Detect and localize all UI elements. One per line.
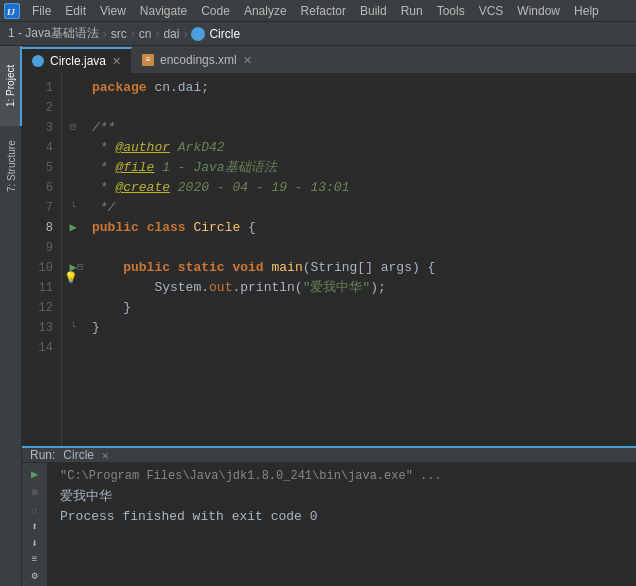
- xml-file-icon: ≡: [142, 54, 154, 66]
- breadcrumb-cn[interactable]: cn: [139, 27, 152, 41]
- ln-12: 12: [22, 298, 61, 318]
- run-tab-name[interactable]: Circle: [63, 448, 94, 462]
- menu-vcs[interactable]: VCS: [473, 2, 510, 20]
- gutter-5: [62, 158, 84, 178]
- run-tab-label: Run:: [30, 448, 55, 462]
- ln-7: 7: [22, 198, 61, 218]
- code-line-1: package cn.dai;: [92, 78, 636, 98]
- run-tab-close[interactable]: ✕: [102, 449, 109, 462]
- app-logo: IJ: [4, 3, 20, 19]
- menu-bar: IJ File Edit View Navigate Code Analyze …: [0, 0, 636, 22]
- tab-encodings-xml[interactable]: ≡ encodings.xml ✕: [132, 47, 263, 73]
- menu-analyze[interactable]: Analyze: [238, 2, 293, 20]
- gutter-4: [62, 138, 84, 158]
- ln-11: 11: [22, 278, 61, 298]
- gutter: ⊟ └ ▶ ▶ ⊟: [62, 74, 84, 446]
- code-line-14: [92, 338, 636, 358]
- ln-1: 1: [22, 78, 61, 98]
- run-controls: ▶ ■ ↺ ⬆ ⬇ ≡ ⚙ 📌 🗑 "C:\Program Files\Java…: [22, 463, 636, 586]
- ln-4: 4: [22, 138, 61, 158]
- ln-6: 6: [22, 178, 61, 198]
- code-line-8: public class Circle {: [92, 218, 636, 238]
- sidebar-tab-project[interactable]: 1: Project: [0, 46, 22, 126]
- editor-area: Circle.java ✕ ≡ encodings.xml ✕ 1 2 3 4 …: [22, 46, 636, 446]
- run-settings-button[interactable]: ⚙: [26, 569, 44, 582]
- breadcrumb-src[interactable]: src: [111, 27, 127, 41]
- code-line-5: * @file 1 - Java基础语法: [92, 158, 636, 178]
- menu-build[interactable]: Build: [354, 2, 393, 20]
- ln-13: 13: [22, 318, 61, 338]
- ln-9: 9: [22, 238, 61, 258]
- run-arrow-8[interactable]: ▶: [69, 218, 76, 238]
- sidebar-tab-structure[interactable]: 7: Structure: [0, 126, 22, 206]
- run-play-button[interactable]: ▶: [26, 467, 44, 482]
- run-wrap-button[interactable]: ≡: [26, 554, 44, 565]
- code-line-10: public static void main(String[] args) {: [92, 258, 636, 278]
- menu-run[interactable]: Run: [395, 2, 429, 20]
- sidebar-tabs: 1: Project 7: Structure: [0, 46, 22, 586]
- code-line-12: }: [92, 298, 636, 318]
- gutter-13: [62, 338, 84, 358]
- menu-navigate[interactable]: Navigate: [134, 2, 193, 20]
- menu-code[interactable]: Code: [195, 2, 236, 20]
- run-rerun-button[interactable]: ↺: [26, 504, 44, 516]
- bulb-icon[interactable]: 💡: [64, 268, 78, 288]
- code-editor[interactable]: 1 2 3 4 5 6 7 8 9 10 11 12 13 14: [22, 74, 636, 446]
- menu-view[interactable]: View: [94, 2, 132, 20]
- run-scroll-up-button[interactable]: ⬆: [26, 520, 44, 533]
- tab-circle-java[interactable]: Circle.java ✕: [22, 47, 132, 73]
- gutter-14: [62, 358, 84, 378]
- code-line-3: /**: [92, 118, 636, 138]
- breadcrumb-sep2: ›: [131, 27, 135, 41]
- breadcrumb-dai[interactable]: dai: [163, 27, 179, 41]
- breadcrumb-sep4: ›: [183, 27, 187, 41]
- gutter-7: └: [62, 198, 84, 218]
- code-content[interactable]: package cn.dai; /** * @author ArkD42 * @…: [84, 74, 636, 446]
- menu-tools[interactable]: Tools: [431, 2, 471, 20]
- gutter-3: ⊟: [62, 118, 84, 138]
- ln-14: 14: [22, 338, 61, 358]
- code-line-13: }: [92, 318, 636, 338]
- run-sidebar: ▶ ■ ↺ ⬆ ⬇ ≡ ⚙ 📌 🗑: [22, 463, 48, 586]
- main-container: 1: Project 7: Structure Circle.java ✕ ≡ …: [0, 46, 636, 586]
- menu-edit[interactable]: Edit: [59, 2, 92, 20]
- fold-end-icon-12[interactable]: └: [70, 318, 76, 338]
- run-panel: Run: Circle ✕ ▶ ■ ↺ ⬆ ⬇ ≡ ⚙ 📌 🗑: [22, 446, 636, 586]
- code-line-4: * @author ArkD42: [92, 138, 636, 158]
- ln-10: 10: [22, 258, 61, 278]
- menu-refactor[interactable]: Refactor: [295, 2, 352, 20]
- run-output: "C:\Program Files\Java\jdk1.8.0_241\bin\…: [48, 463, 636, 586]
- gutter-12: └: [62, 318, 84, 338]
- tab-encodings-close[interactable]: ✕: [243, 54, 252, 67]
- gutter-11: [62, 298, 84, 318]
- run-scroll-down-button[interactable]: ⬇: [26, 537, 44, 550]
- menu-help[interactable]: Help: [568, 2, 605, 20]
- svg-text:IJ: IJ: [6, 7, 16, 17]
- fold-end-icon-7[interactable]: └: [70, 198, 76, 218]
- run-result: 爱我中华: [60, 487, 624, 505]
- ln-8: 8: [22, 218, 61, 238]
- run-exit-message: Process finished with exit code 0: [60, 509, 624, 524]
- circle-file-icon: [191, 27, 205, 41]
- editor-and-run: Circle.java ✕ ≡ encodings.xml ✕ 1 2 3 4 …: [22, 46, 636, 586]
- breadcrumb-file[interactable]: Circle: [209, 27, 240, 41]
- code-line-11: System.out.println("爱我中华");: [92, 278, 636, 298]
- fold-start-icon[interactable]: ⊟: [70, 118, 76, 138]
- menu-window[interactable]: Window: [511, 2, 566, 20]
- ln-3: 3: [22, 118, 61, 138]
- gutter-6: [62, 178, 84, 198]
- run-command: "C:\Program Files\Java\jdk1.8.0_241\bin\…: [60, 469, 624, 483]
- breadcrumb-project[interactable]: 1 - Java基础语法: [8, 25, 99, 42]
- gutter-8[interactable]: ▶: [62, 218, 84, 238]
- code-line-6: * @create 2020 - 04 - 19 - 13:01: [92, 178, 636, 198]
- line-numbers: 1 2 3 4 5 6 7 8 9 10 11 12 13 14: [22, 74, 62, 446]
- tab-bar: Circle.java ✕ ≡ encodings.xml ✕: [22, 46, 636, 74]
- code-line-2: [92, 98, 636, 118]
- java-file-icon: [32, 55, 44, 67]
- ln-2: 2: [22, 98, 61, 118]
- code-line-7: */: [92, 198, 636, 218]
- gutter-2: [62, 98, 84, 118]
- tab-circle-close[interactable]: ✕: [112, 55, 121, 68]
- run-stop-button[interactable]: ■: [26, 486, 44, 500]
- menu-file[interactable]: File: [26, 2, 57, 20]
